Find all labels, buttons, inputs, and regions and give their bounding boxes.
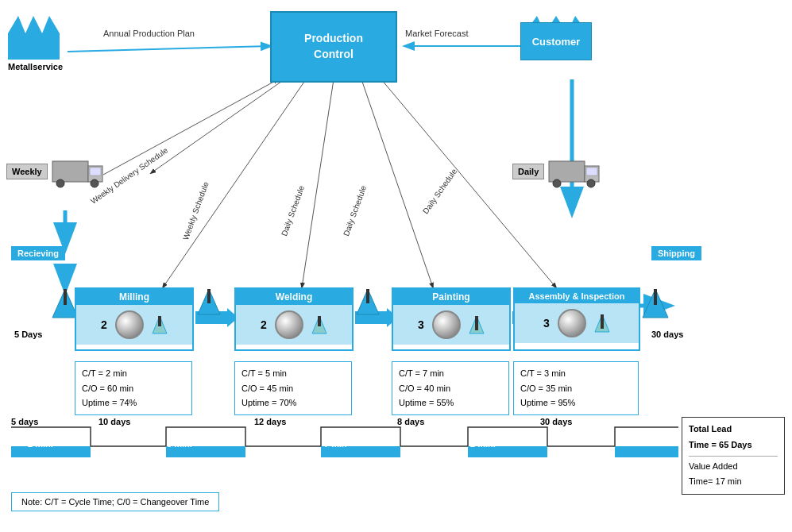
value-added-label: Value AddedTime= 17 min bbox=[689, 461, 742, 487]
svg-point-22 bbox=[553, 179, 561, 187]
daily-schedule-label-2: Daily Schedule bbox=[342, 184, 368, 237]
svg-line-5 bbox=[103, 79, 278, 175]
process-milling: Milling 2 bbox=[75, 287, 194, 351]
factory-icon-metallservice bbox=[8, 16, 60, 61]
data-box-welding: C/T = 5 min C/O = 45 min Uptime = 70% bbox=[234, 361, 352, 415]
svg-rect-29 bbox=[207, 289, 211, 303]
svg-rect-35 bbox=[475, 316, 478, 330]
svg-line-6 bbox=[151, 79, 284, 173]
timeline-days-5: 30 days bbox=[540, 417, 572, 426]
data-box-painting: C/T = 7 min C/O = 40 min Uptime = 55% bbox=[392, 361, 509, 415]
svg-rect-19 bbox=[549, 161, 585, 182]
process-welding: Welding 2 bbox=[234, 287, 354, 351]
assembly-qty: 3 bbox=[543, 317, 550, 330]
timeline-step-4: 2 min. bbox=[470, 439, 496, 449]
welding-knob bbox=[275, 310, 303, 339]
timeline-step-1: 2 min. bbox=[28, 439, 53, 449]
production-control-label: ProductionControl bbox=[304, 31, 363, 62]
data-box-assembly: C/T = 3 min C/O = 35 min Uptime = 95% bbox=[513, 361, 639, 415]
milling-triangle-small bbox=[152, 315, 168, 334]
process-painting: Painting 3 bbox=[392, 287, 511, 351]
weekly-truck-container: Weekly bbox=[6, 155, 106, 188]
weekly-label: Weekly bbox=[12, 167, 42, 176]
svg-point-17 bbox=[56, 179, 64, 187]
process-assembly: Assembly & Inspection 3 bbox=[513, 287, 640, 351]
assembly-knob bbox=[558, 309, 586, 337]
welding-header: Welding bbox=[236, 289, 352, 305]
data-box-milling: C/T = 2 min C/O = 60 min Uptime = 74% bbox=[75, 361, 192, 415]
inv-triangle-1 bbox=[197, 287, 221, 318]
annual-plan-label: Annual Production Plan bbox=[103, 29, 195, 38]
welding-qty: 2 bbox=[261, 318, 267, 331]
daily-schedule-label-1: Daily Schedule bbox=[280, 184, 306, 237]
daily-schedule-label-3: Daily Schedule bbox=[421, 167, 458, 215]
timeline-days-3: 12 days bbox=[254, 417, 286, 426]
timeline-step-3: 7 min bbox=[324, 439, 347, 449]
customer-box: Customer bbox=[520, 22, 592, 60]
timeline-days-1: 5 days bbox=[11, 417, 38, 426]
svg-rect-21 bbox=[586, 168, 597, 175]
svg-line-9 bbox=[361, 79, 433, 287]
note-box: Note: C/T = Cycle Time; C/0 = Changeover… bbox=[11, 492, 219, 511]
svg-rect-16 bbox=[90, 168, 101, 175]
svg-rect-25 bbox=[64, 289, 67, 305]
customer-label: Customer bbox=[532, 36, 581, 48]
daily-label: Daily bbox=[518, 167, 539, 176]
milling-header: Milling bbox=[76, 289, 192, 305]
market-forecast-label: Market Forecast bbox=[405, 29, 468, 38]
svg-rect-14 bbox=[52, 161, 88, 182]
svg-marker-12 bbox=[8, 16, 60, 60]
daily-truck-container: Daily bbox=[512, 155, 603, 188]
painting-qty: 3 bbox=[418, 318, 424, 331]
metallservice-label: Metallservice bbox=[8, 62, 60, 71]
svg-point-23 bbox=[587, 179, 595, 187]
inv-triangle-shipping bbox=[642, 287, 669, 321]
svg-rect-46 bbox=[615, 446, 678, 457]
timeline-days-4: 8 days bbox=[397, 417, 424, 426]
svg-point-18 bbox=[91, 179, 99, 187]
svg-rect-41 bbox=[654, 289, 657, 305]
timeline-days-2: 10 days bbox=[99, 417, 130, 426]
svg-rect-33 bbox=[366, 289, 369, 303]
svg-line-8 bbox=[302, 79, 334, 287]
milling-knob bbox=[115, 310, 144, 339]
painting-knob bbox=[432, 310, 461, 339]
svg-line-0 bbox=[68, 46, 270, 52]
svg-rect-31 bbox=[318, 316, 321, 326]
assembly-triangle-small bbox=[594, 314, 610, 333]
assembly-header: Assembly & Inspection bbox=[515, 289, 639, 303]
timeline-step-2: 5 min. bbox=[167, 439, 192, 449]
receiving-tag: Recieving bbox=[11, 246, 65, 260]
weekly-schedule-label: Weekly Schedule bbox=[181, 181, 211, 241]
total-lead-label: Total LeadTime = 65 Days bbox=[689, 422, 778, 453]
milling-qty: 2 bbox=[101, 318, 107, 331]
daily-truck-icon bbox=[547, 155, 603, 188]
shipping-tag: Shipping bbox=[651, 246, 701, 260]
svg-rect-39 bbox=[601, 314, 604, 329]
weekly-truck-icon bbox=[51, 155, 106, 188]
painting-header: Painting bbox=[393, 289, 509, 305]
svg-line-7 bbox=[163, 79, 306, 287]
painting-triangle-small bbox=[469, 315, 485, 334]
receiving-days: 5 Days bbox=[14, 330, 42, 339]
summary-box: Total LeadTime = 65 Days Value AddedTime… bbox=[682, 417, 785, 495]
welding-triangle-small bbox=[311, 315, 327, 334]
svg-rect-27 bbox=[158, 316, 161, 326]
shipping-days: 30 days bbox=[651, 330, 683, 339]
inv-triangle-2 bbox=[356, 287, 380, 318]
production-control-box: ProductionControl bbox=[270, 11, 397, 83]
